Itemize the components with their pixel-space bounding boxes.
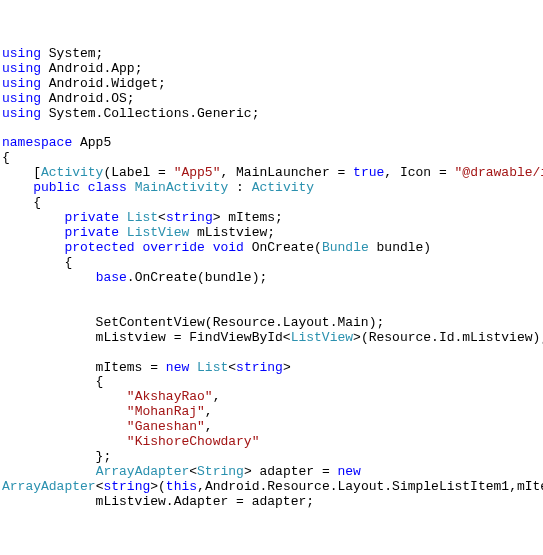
code-token: class [88,180,127,195]
code-line [2,301,541,316]
code-token: string [166,210,213,225]
code-token: this [166,479,197,494]
code-token: new [338,464,361,479]
code-token: ,Android.Resource.Layout.SimpleListItem1… [197,479,543,494]
code-token: >( [150,479,166,494]
code-token: new [166,360,189,375]
code-token: , MainLauncher = [220,165,353,180]
code-token: OnCreate( [244,240,322,255]
code-token: : [228,180,251,195]
code-token: "KishoreChowdary" [127,434,260,449]
code-token: private [64,225,119,240]
code-token: MainActivity [135,180,229,195]
code-line: protected override void OnCreate(Bundle … [2,241,541,256]
code-token: >(Resource.Id.mListview); [353,330,543,345]
code-token: bundle) [369,240,431,255]
code-line: ArrayAdapter<string>(this,Android.Resour… [2,480,541,495]
code-token: mListview = FindViewById< [2,330,291,345]
code-token: private [64,210,119,225]
code-token: SetContentView(Resource.Layout.Main); [2,315,384,330]
code-token [127,180,135,195]
code-token: string [103,479,150,494]
code-line: mListview.Adapter = adapter; [2,495,541,510]
code-token: String [197,464,244,479]
code-line [2,346,541,361]
code-line: private List<string> mItems; [2,211,541,226]
code-token: { [2,150,10,165]
code-line: public class MainActivity : Activity [2,181,541,196]
code-token: System.Collections.Generic; [41,106,259,121]
code-token [2,240,64,255]
code-token: string [236,360,283,375]
code-line: [Activity(Label = "App5", MainLauncher =… [2,166,541,181]
code-token: namespace [2,135,72,150]
code-token: System; [41,46,103,61]
code-token: { [2,374,103,389]
code-line [2,510,541,525]
code-line: mItems = new List<string> [2,361,541,376]
code-line: ArrayAdapter<String> adapter = new [2,465,541,480]
code-token: override [142,240,204,255]
code-token: ArrayAdapter [96,464,190,479]
code-token: < [228,360,236,375]
code-line: mListview = FindViewById<ListView>(Resou… [2,331,541,346]
code-token: > [283,360,291,375]
code-token: protected [64,240,134,255]
code-token: "Ganeshan" [127,419,205,434]
code-token: using [2,61,41,76]
code-line: using System.Collections.Generic; [2,107,541,122]
code-token: public [33,180,80,195]
code-token: "@drawable/icon" [455,165,543,180]
code-token: Activity [252,180,314,195]
code-line: SetContentView(Resource.Layout.Main); [2,316,541,331]
code-token: List [127,210,158,225]
code-block: using System;using Android.App;using And… [2,47,541,555]
code-token: base [96,270,127,285]
code-token: [ [2,165,41,180]
code-token: > mItems; [213,210,283,225]
code-line: }; [2,450,541,465]
code-line [2,286,541,301]
code-line: private ListView mListview; [2,226,541,241]
code-token [119,210,127,225]
code-line [2,122,541,137]
code-token [2,389,127,404]
code-token: List [197,360,228,375]
code-line: "MohanRaj", [2,405,541,420]
code-token [361,464,369,479]
code-token: using [2,106,41,121]
code-line: base.OnCreate(bundle); [2,271,541,286]
code-token [2,210,64,225]
code-line: { [2,256,541,271]
code-token [119,225,127,240]
code-token: , [213,389,221,404]
code-token: Android.App; [41,61,142,76]
code-line: namespace App5 [2,136,541,151]
code-token: using [2,46,41,61]
code-token: < [158,210,166,225]
code-token: "MohanRaj" [127,404,205,419]
code-line [2,525,541,540]
code-token [2,464,96,479]
code-token: Android.OS; [41,91,135,106]
code-line: { [2,151,541,166]
code-token [189,360,197,375]
code-line: "Ganeshan", [2,420,541,435]
code-token: mItems = [2,360,166,375]
code-token: , [205,419,213,434]
code-token [80,180,88,195]
code-token: Android.Widget; [41,76,166,91]
code-token: .OnCreate(bundle); [127,270,267,285]
code-token: ListView [291,330,353,345]
code-token: mListview; [189,225,275,240]
code-line: { [2,196,541,211]
code-line: "AkshayRao", [2,390,541,405]
code-token: App5 [72,135,111,150]
code-token [2,434,127,449]
code-token: mListview.Adapter = adapter; [2,494,314,509]
code-token [2,419,127,434]
code-token: , Icon = [384,165,454,180]
code-token [2,180,33,195]
code-token: (Label = [103,165,173,180]
code-token: using [2,91,41,106]
